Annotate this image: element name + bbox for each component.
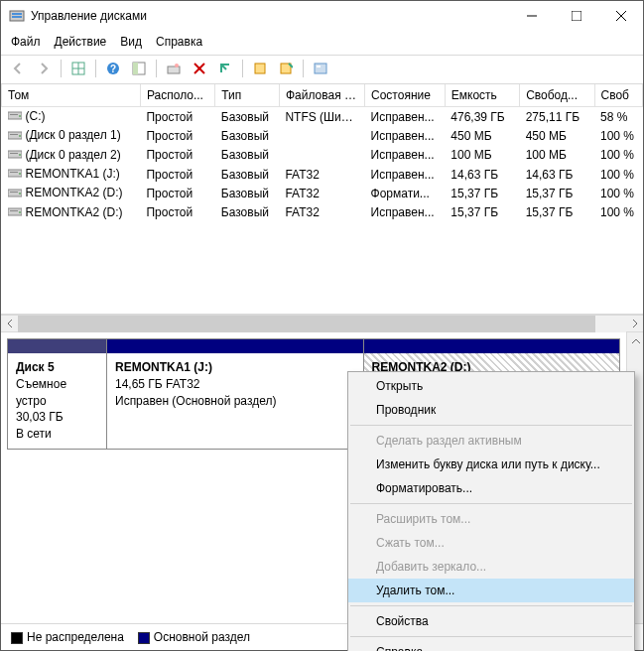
col-pct[interactable]: Своб <box>594 84 643 107</box>
ctx-format[interactable]: Форматировать... <box>348 476 634 500</box>
svg-rect-29 <box>10 153 18 154</box>
titlebar: Управление дисками <box>1 1 643 31</box>
window-buttons <box>509 1 643 31</box>
svg-rect-13 <box>133 63 138 74</box>
volume-icon <box>8 129 22 144</box>
ctx-mirror[interactable]: Добавить зеркало... <box>348 555 634 579</box>
svg-rect-18 <box>255 64 265 73</box>
volume-icon <box>8 187 22 201</box>
table-row[interactable]: REMONTKA2 (D:)ПростойБазовыйFAT32Формати… <box>2 184 643 202</box>
close-button[interactable] <box>598 1 643 31</box>
toolbar-icon-2[interactable] <box>128 58 150 79</box>
ctx-explorer[interactable]: Проводник <box>348 398 634 422</box>
context-menu: Открыть Проводник Сделать раздел активны… <box>347 371 635 651</box>
menubar: Файл Действие Вид Справка <box>1 31 643 55</box>
col-fs[interactable]: Файловая с... <box>279 84 364 107</box>
svg-rect-26 <box>10 134 18 135</box>
svg-rect-38 <box>10 210 18 211</box>
volume-icon <box>8 205 22 220</box>
svg-rect-14 <box>168 66 180 73</box>
help-icon[interactable]: ? <box>102 58 124 79</box>
app-icon <box>9 8 25 24</box>
svg-point-24 <box>19 115 21 117</box>
grid-hscroll[interactable] <box>1 315 643 331</box>
disk-status: В сети <box>16 426 98 443</box>
volume-grid: Том Располо... Тип Файловая с... Состоян… <box>1 84 643 315</box>
toolbar-icon-1[interactable] <box>67 58 89 79</box>
svg-point-33 <box>19 173 21 175</box>
ctx-shrink[interactable]: Сжать том... <box>348 531 634 555</box>
col-type[interactable]: Тип <box>215 84 280 107</box>
table-row[interactable]: REMONTKA2 (D:)ПростойБазовыйFAT32Исправе… <box>2 203 643 222</box>
table-row[interactable]: (Диск 0 раздел 2)ПростойБазовыйИсправен.… <box>2 146 643 165</box>
window-title: Управление дисками <box>31 9 509 23</box>
svg-rect-2 <box>12 16 22 18</box>
delete-icon[interactable] <box>189 58 210 79</box>
svg-point-27 <box>19 135 21 137</box>
svg-point-39 <box>19 211 21 213</box>
maximize-button[interactable] <box>554 1 598 31</box>
disk-name: Диск 5 <box>16 359 98 376</box>
ctx-open[interactable]: Открыть <box>348 374 634 398</box>
scroll-left-icon[interactable] <box>1 316 18 332</box>
col-location[interactable]: Располо... <box>140 84 214 107</box>
toolbar-icon-5[interactable] <box>249 58 271 79</box>
ctx-extend[interactable]: Расширить том... <box>348 507 634 531</box>
svg-rect-21 <box>317 65 321 67</box>
ctx-active[interactable]: Сделать раздел активным <box>348 429 634 453</box>
window: Управление дисками Файл Действие Вид Спр… <box>0 0 644 651</box>
ctx-props[interactable]: Свойства <box>348 609 634 633</box>
volume-icon <box>8 148 22 163</box>
back-button[interactable] <box>7 58 29 79</box>
disk-info[interactable]: Диск 5 Съемное устро 30,03 ГБ В сети <box>8 339 107 449</box>
partition-label: REMONTKA1 (J:) <box>115 359 355 376</box>
partition-state: Исправен (Основной раздел) <box>115 393 355 410</box>
menu-action[interactable]: Действие <box>55 35 107 49</box>
partition-1[interactable]: REMONTKA1 (J:) 14,65 ГБ FAT32 Исправен (… <box>107 339 364 449</box>
svg-text:?: ? <box>110 64 116 74</box>
svg-rect-20 <box>315 64 326 73</box>
col-capacity[interactable]: Емкость <box>445 84 519 107</box>
ctx-letter[interactable]: Изменить букву диска или путь к диску... <box>348 453 634 476</box>
toolbar-icon-3[interactable] <box>163 58 185 79</box>
table-row[interactable]: (C:)ПростойБазовыйNTFS (Шиф...Исправен..… <box>2 107 643 127</box>
toolbar: ? <box>1 55 643 84</box>
svg-rect-23 <box>10 114 18 115</box>
col-state[interactable]: Состояние <box>365 84 446 107</box>
legend-primary: Основной раздел <box>138 630 250 644</box>
svg-rect-35 <box>10 192 18 193</box>
svg-point-30 <box>19 154 21 156</box>
col-volume[interactable]: Том <box>2 84 141 107</box>
volume-icon <box>8 167 22 182</box>
toolbar-icon-7[interactable] <box>310 58 331 79</box>
partition-size: 14,65 ГБ FAT32 <box>115 376 355 393</box>
table-row[interactable]: REMONTKA1 (J:)ПростойБазовыйFAT32Исправе… <box>2 165 643 184</box>
toolbar-icon-4[interactable] <box>214 58 236 79</box>
menu-file[interactable]: Файл <box>11 35 41 49</box>
toolbar-icon-6[interactable] <box>275 58 297 79</box>
legend-unallocated: Не распределена <box>11 630 124 644</box>
menu-help[interactable]: Справка <box>156 35 202 49</box>
minimize-button[interactable] <box>509 1 554 31</box>
scroll-up-icon[interactable] <box>627 332 643 349</box>
menu-view[interactable]: Вид <box>120 35 142 49</box>
svg-point-36 <box>19 193 21 195</box>
svg-rect-4 <box>572 11 581 21</box>
svg-rect-1 <box>12 13 22 15</box>
volume-icon <box>8 109 22 124</box>
svg-point-15 <box>175 64 179 67</box>
scroll-right-icon[interactable] <box>626 316 643 332</box>
ctx-delete[interactable]: Удалить том... <box>348 579 634 602</box>
disk-size: 30,03 ГБ <box>16 409 98 426</box>
ctx-help[interactable]: Справка <box>348 640 634 651</box>
forward-button[interactable] <box>33 58 55 79</box>
table-row[interactable]: (Диск 0 раздел 1)ПростойБазовыйИсправен.… <box>2 126 643 145</box>
svg-rect-32 <box>10 172 18 173</box>
col-free[interactable]: Свобод... <box>520 84 594 107</box>
disk-type: Съемное устро <box>16 376 98 410</box>
